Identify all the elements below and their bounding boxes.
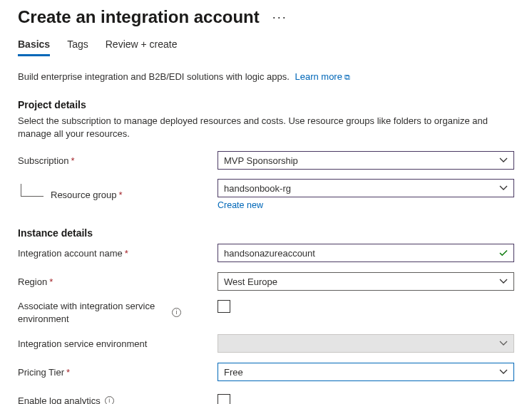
chevron-down-icon: [499, 279, 508, 284]
page-header: Create an integration account ···: [18, 7, 514, 27]
row-ise: Integration service environment: [18, 333, 514, 353]
check-icon: [498, 248, 508, 258]
intro-text: Build enterprise integration and B2B/EDI…: [18, 71, 514, 82]
label-associate-ise: Associate with integration service envir…: [18, 300, 218, 325]
subscription-select[interactable]: MVP Sponsorship: [218, 151, 514, 170]
required-icon: *: [119, 190, 123, 200]
enable-log-checkbox[interactable]: [218, 394, 230, 404]
row-associate-ise: Associate with integration service envir…: [18, 300, 514, 325]
info-icon[interactable]: i: [105, 396, 114, 404]
row-enable-log: Enable log analytics i: [18, 390, 514, 404]
section-desc-project: Select the subscription to manage deploy…: [18, 115, 488, 140]
row-region: Region* West Europe: [18, 271, 514, 291]
row-pricing-tier: Pricing Tier* Free: [18, 362, 514, 382]
resource-group-value: handsonbook-rg: [224, 183, 291, 194]
required-icon: *: [49, 276, 53, 287]
chevron-down-icon: [499, 369, 508, 375]
tab-bar: Basics Tags Review + create: [18, 38, 514, 57]
create-new-link[interactable]: Create new: [218, 200, 263, 210]
row-subscription: Subscription* MVP Sponsorship: [18, 150, 514, 170]
intro-body: Build enterprise integration and B2B/EDI…: [18, 71, 290, 82]
region-value: West Europe: [224, 276, 277, 287]
chevron-down-icon: [499, 341, 508, 346]
tab-basics[interactable]: Basics: [18, 38, 50, 56]
label-resource-group: Resource group*: [18, 188, 218, 201]
required-icon: *: [71, 155, 75, 166]
label-enable-log: Enable log analytics i: [18, 395, 218, 404]
resource-group-select[interactable]: handsonbook-rg: [218, 179, 514, 197]
chevron-down-icon: [499, 185, 508, 191]
region-select[interactable]: West Europe: [218, 272, 514, 291]
section-heading-instance: Instance details: [18, 227, 514, 239]
required-icon: *: [66, 367, 70, 378]
associate-ise-checkbox[interactable]: [218, 300, 230, 313]
subscription-value: MVP Sponsorship: [224, 155, 298, 166]
tab-review-create[interactable]: Review + create: [106, 38, 178, 56]
ise-select: [218, 334, 514, 353]
learn-more-label: Learn more: [295, 71, 342, 82]
label-account-name: Integration account name*: [18, 248, 218, 259]
label-pricing-tier: Pricing Tier*: [18, 367, 218, 378]
tab-tags[interactable]: Tags: [67, 38, 88, 56]
external-link-icon: ⧉: [344, 73, 350, 81]
learn-more-link[interactable]: Learn more⧉: [295, 71, 349, 82]
info-icon[interactable]: i: [172, 308, 181, 317]
pricing-tier-value: Free: [224, 367, 243, 378]
row-resource-group: Resource group* handsonbook-rg Create ne…: [18, 179, 514, 210]
label-subscription: Subscription*: [18, 155, 218, 166]
page-title: Create an integration account: [18, 7, 260, 27]
required-icon: *: [125, 248, 128, 259]
pricing-tier-select[interactable]: Free: [218, 363, 514, 381]
tree-branch-icon: [21, 184, 44, 197]
more-icon[interactable]: ···: [272, 10, 287, 25]
label-ise: Integration service environment: [18, 338, 218, 349]
section-heading-project: Project details: [18, 99, 514, 110]
row-account-name: Integration account name*: [18, 243, 514, 263]
account-name-input[interactable]: [218, 244, 514, 262]
label-region: Region*: [18, 276, 218, 287]
chevron-down-icon: [499, 157, 508, 163]
